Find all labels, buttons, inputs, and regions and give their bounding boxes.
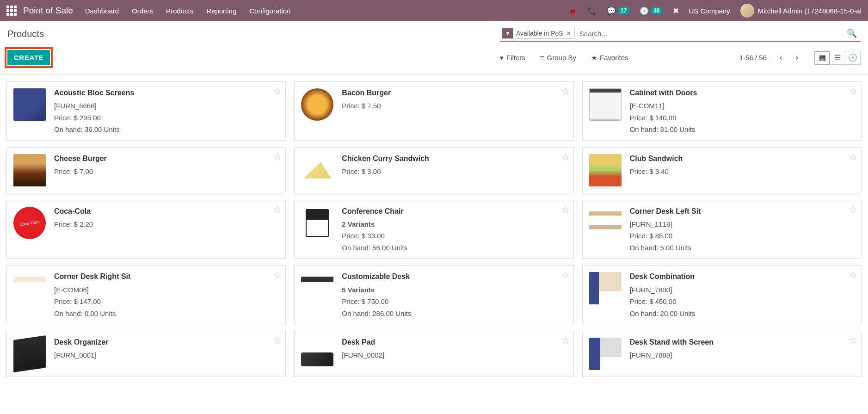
groupby-button[interactable]: ≡ Group By — [540, 54, 576, 62]
product-code: [FURN_0002] — [342, 349, 568, 361]
product-price: Price: $ 295.00 — [54, 112, 281, 124]
favorite-star-icon[interactable]: ☆ — [561, 204, 570, 215]
favorite-star-icon[interactable]: ☆ — [273, 269, 282, 280]
kanban-view: Acoustic Bloc Screens[FURN_6666]Price: $… — [0, 74, 868, 377]
user-menu[interactable]: Mitchell Admin (17248068-15-0-al — [740, 4, 862, 18]
activity-view-icon[interactable]: 🕓 — [845, 51, 861, 65]
search-area: ▼ Available in PoS × 🔍 — [500, 26, 861, 42]
product-code: [FURN_0001] — [54, 349, 281, 361]
product-body: Desk Combination[FURN_7800]Price: $ 450.… — [630, 270, 856, 319]
product-thumb — [12, 87, 48, 123]
product-card[interactable]: Coca-ColaPrice: $ 2.20☆ — [6, 200, 286, 259]
product-onhand: On hand: 20.00 Units — [630, 308, 856, 320]
pager-next-icon[interactable]: › — [790, 51, 804, 65]
search-box[interactable]: ▼ Available in PoS × 🔍 — [500, 26, 861, 42]
product-code: [E-COM11] — [630, 100, 856, 112]
favorite-star-icon[interactable]: ☆ — [849, 335, 857, 346]
product-price: Price: $ 140.00 — [630, 112, 856, 124]
product-card[interactable]: Corner Desk Left Sit[FURN_1118]Price: $ … — [582, 200, 862, 259]
pager-prev-icon[interactable]: ‹ — [774, 51, 788, 65]
kanban-view-icon[interactable]: ▦ — [814, 51, 830, 65]
avatar — [740, 4, 754, 18]
phone-icon[interactable]: 📞 — [587, 6, 597, 15]
apps-icon[interactable] — [6, 6, 17, 16]
toolbar: ▾ Filters ≡ Group By ★ Favorites 1-56 / … — [500, 51, 861, 65]
product-price: Price: $ 147.00 — [54, 296, 281, 308]
nav-products[interactable]: Products — [166, 7, 193, 15]
product-card[interactable]: Customizable Desk5 VariantsPrice: $ 750.… — [294, 265, 573, 324]
favorite-star-icon[interactable]: ☆ — [561, 335, 570, 346]
product-card[interactable]: Desk Organizer[FURN_0001]☆ — [6, 331, 286, 377]
favorite-star-icon[interactable]: ☆ — [273, 151, 282, 162]
nav-reporting[interactable]: Reporting — [206, 7, 236, 15]
favorite-star-icon[interactable]: ☆ — [849, 204, 857, 215]
product-thumb — [587, 87, 623, 123]
product-title: Corner Desk Right Sit — [54, 270, 281, 283]
favorite-star-icon[interactable]: ☆ — [273, 86, 282, 97]
product-title: Conference Chair — [342, 205, 568, 217]
product-title: Cheese Burger — [54, 152, 281, 165]
product-title: Desk Organizer — [54, 336, 281, 348]
product-card[interactable]: Cabinet with Doors[E-COM11]Price: $ 140.… — [582, 81, 862, 141]
product-thumb — [587, 205, 623, 241]
product-thumb — [587, 152, 623, 188]
favorite-star-icon[interactable]: ☆ — [849, 86, 857, 97]
create-button[interactable]: CREATE — [7, 50, 50, 65]
product-thumb — [299, 336, 335, 372]
favorite-star-icon[interactable]: ☆ — [561, 269, 570, 280]
product-card[interactable]: Desk Stand with Screen[FURN_7888]☆ — [582, 331, 862, 377]
favorite-star-icon[interactable]: ☆ — [561, 86, 570, 97]
product-onhand: On hand: 5.00 Units — [630, 242, 856, 254]
product-code: [E-COM06] — [54, 284, 281, 296]
product-title: Desk Combination — [630, 270, 856, 283]
messaging-icon[interactable]: 💬 17 — [607, 6, 629, 15]
nav-orders[interactable]: Orders — [132, 7, 153, 15]
list-view-icon[interactable]: ☰ — [830, 51, 845, 65]
product-onhand: On hand: 56.00 Units — [342, 242, 568, 254]
user-name: Mitchell Admin (17248068-15-0-al — [758, 7, 862, 15]
product-card[interactable]: Corner Desk Right Sit[E-COM06]Price: $ 1… — [6, 265, 286, 324]
pager[interactable]: 1-56 / 56 — [739, 54, 767, 62]
favorite-star-icon[interactable]: ☆ — [849, 151, 857, 162]
nav-dashboard[interactable]: Dashboard — [85, 7, 119, 15]
facet-remove-icon[interactable]: × — [566, 29, 574, 38]
favorites-button[interactable]: ★ Favorites — [591, 54, 628, 62]
activities-icon[interactable]: 🕓 30 — [640, 6, 662, 15]
favorite-star-icon[interactable]: ☆ — [849, 269, 857, 280]
product-body: Desk Organizer[FURN_0001] — [54, 336, 281, 372]
product-body: Acoustic Bloc Screens[FURN_6666]Price: $… — [54, 87, 281, 136]
favorite-star-icon[interactable]: ☆ — [561, 151, 570, 162]
product-card[interactable]: Cheese BurgerPrice: $ 7.00☆ — [6, 147, 286, 193]
search-icon[interactable]: 🔍 — [845, 28, 859, 38]
filters-button[interactable]: ▾ Filters — [500, 54, 525, 62]
favorite-star-icon[interactable]: ☆ — [273, 335, 282, 346]
star-icon: ★ — [591, 54, 597, 62]
product-card[interactable]: Club SandwichPrice: $ 3.40☆ — [582, 147, 862, 193]
product-card[interactable]: Acoustic Bloc Screens[FURN_6666]Price: $… — [6, 81, 286, 141]
product-card[interactable]: Chicken Curry SandwichPrice: $ 3.00☆ — [294, 147, 573, 193]
product-body: Cabinet with Doors[E-COM11]Price: $ 140.… — [630, 87, 856, 136]
product-price: Price: $ 7.00 — [54, 166, 281, 178]
product-title: Coca-Cola — [54, 205, 281, 217]
product-title: Desk Pad — [342, 336, 568, 348]
product-card[interactable]: Desk Combination[FURN_7800]Price: $ 450.… — [582, 265, 862, 324]
product-body: Customizable Desk5 VariantsPrice: $ 750.… — [342, 270, 568, 319]
product-card[interactable]: Conference Chair2 VariantsPrice: $ 33.00… — [294, 200, 573, 259]
product-variants: 2 Variants — [342, 218, 568, 230]
product-title: Customizable Desk — [342, 270, 568, 283]
product-body: Club SandwichPrice: $ 3.40 — [630, 152, 856, 188]
facet-label: Available in PoS — [513, 29, 566, 38]
product-thumb — [587, 270, 623, 306]
search-input[interactable] — [578, 29, 842, 38]
company-switcher[interactable]: US Company — [689, 7, 730, 15]
debug-icon[interactable]: 🐞 — [568, 6, 577, 15]
app-brand[interactable]: Point of Sale — [23, 6, 73, 16]
product-onhand: On hand: 0.00 Units — [54, 308, 281, 320]
favorite-star-icon[interactable]: ☆ — [273, 204, 282, 215]
product-card[interactable]: Desk Pad[FURN_0002]☆ — [294, 331, 573, 377]
nav-configuration[interactable]: Configuration — [249, 7, 290, 15]
product-price: Price: $ 85.00 — [630, 230, 856, 242]
product-card[interactable]: Bacon BurgerPrice: $ 7.50☆ — [294, 81, 573, 141]
product-body: Corner Desk Right Sit[E-COM06]Price: $ 1… — [54, 270, 281, 319]
tools-icon[interactable]: ✖ — [673, 6, 679, 15]
